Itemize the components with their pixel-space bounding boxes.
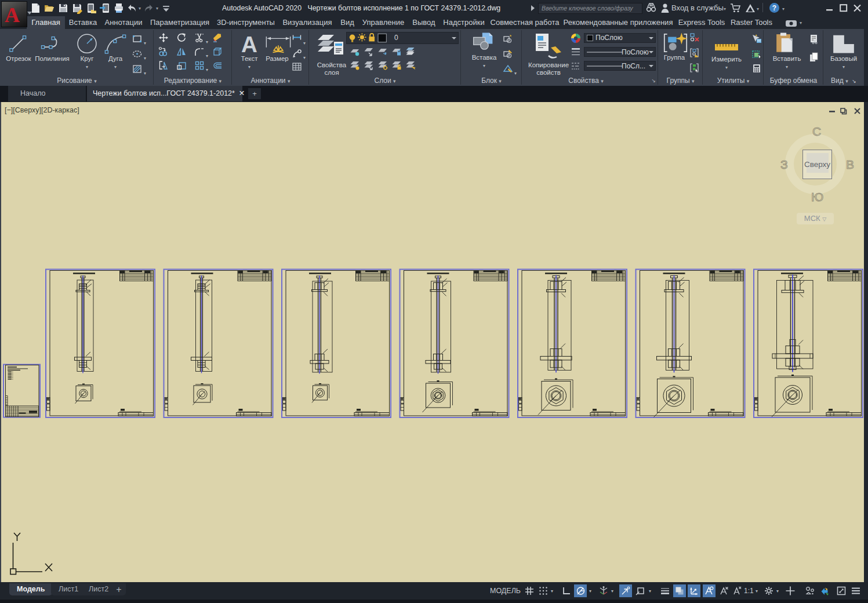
svg-text:A: A: [241, 32, 257, 55]
svg-text:?: ?: [772, 4, 776, 12]
